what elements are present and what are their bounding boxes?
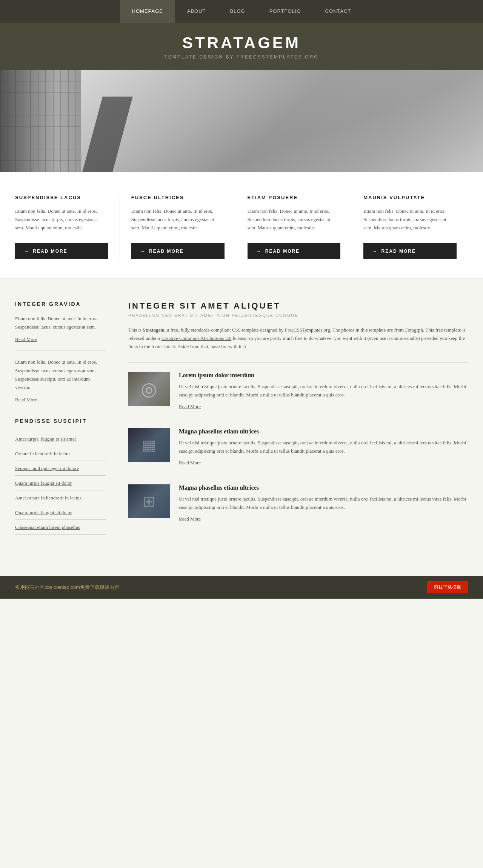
main-intro: This is Stratagem, a free, fully standar… [128,326,468,351]
sidebar-block-pendisse: PENDISSE SUSCIPIT Amet turpis, feugiat e… [15,418,106,535]
sidebar-block-integer: INTEGER GRAVIDA Etiam non felis. Donec u… [15,301,106,403]
site-header: STRATAGEM TEMPLATE DESIGN BY FREECSSTEMP… [0,23,483,70]
article-2-body: Magna phasellus etiam ultrices Ut vel ni… [179,428,468,466]
feature-1: SUSPENDISSE LACUS Etiam non felis. Donec… [15,195,120,259]
article-1-title: Lorem ipsum dolor interdum [179,372,468,379]
sidebar-list-link-0[interactable]: Amet turpis, feugiat et sit amet [15,436,76,442]
sidebar-list-link-4[interactable]: Amet ornare in hendrerit in lectus [15,495,82,501]
main-heading: INTEGER SIT AMET ALIQUET [128,301,468,311]
sidebar-divider-1 [15,350,106,350]
feature-4-body: Etiam non felis. Donec ut ante. In id er… [363,207,457,232]
nav-item-about[interactable]: ABOUT [175,0,218,23]
article-3: Magna phasellus etiam ultrices Ut vel ni… [128,475,468,531]
site-title: STRATAGEM [0,34,483,52]
site-footer: 引用闷马社区bbs.xieniao.com免费下载模板内容 前往下载模板 [0,576,483,599]
sidebar-heading-2: PENDISSE SUSCIPIT [15,418,106,424]
sidebar-list-link-5[interactable]: Quam turpis feugiat sit dolor [15,510,72,515]
nav-item-blog[interactable]: BLOG [218,0,257,23]
feature-4: MAURIS VULPUTATE Etiam non felis. Donec … [352,195,468,259]
article-3-title: Magna phasellus etiam ultrices [179,484,468,491]
nav-item-contact[interactable]: CONTACT [313,0,363,23]
sidebar-para-2: Etiam non felis. Donec ut ante. In id er… [15,358,106,391]
main-subtitle: PHASELLUS NEC ERAT SIT AMET NIBH PELLENT… [128,313,468,318]
features-section: SUSPENDISSE LACUS Etiam non felis. Donec… [0,172,483,278]
hero-image [0,70,483,172]
feature-2-read-more[interactable]: READ MORE [131,243,225,259]
feature-1-read-more[interactable]: READ MORE [15,243,108,259]
main-nav: HOMEPAGE ABOUT BLOG PORTFOLIO CONTACT [0,0,483,23]
list-item: Ornare in hendrerit in lectus [15,446,106,461]
list-item: Consequat etiam lorem phasellus [15,520,106,535]
fotogrph-link[interactable]: Fotogrph [405,327,423,333]
sidebar-read-more-1[interactable]: Read More [15,336,106,343]
feature-3-read-more[interactable]: READ MORE [248,243,341,259]
download-button[interactable]: 前往下载模板 [427,581,468,593]
feature-1-body: Etiam non felis. Donec ut ante. In id er… [15,207,108,232]
hero-left-panel [0,70,81,172]
feature-4-read-more[interactable]: READ MORE [363,243,457,259]
feature-2-title: FUSCE ULTRICES [131,195,225,200]
main-content: INTEGER SIT AMET ALIQUET PHASELLUS NEC E… [128,301,468,550]
feature-2: FUSCE ULTRICES Etiam non felis. Donec ut… [120,195,236,259]
article-3-thumbnail [128,484,170,518]
sidebar-list-link-2[interactable]: Semper mod quis eget mi dolore [15,465,79,471]
article-2-thumbnail [128,428,170,462]
article-1: Lorem ipsum dolor interdum Ut vel nisl t… [128,363,468,419]
content-inner: INTEGER GRAVIDA Etiam non felis. Donec u… [15,301,468,550]
nav-item-homepage[interactable]: HOMEPAGE [120,0,175,23]
nav-item-portfolio[interactable]: PORTFOLIO [257,0,313,23]
sidebar-list-link-1[interactable]: Ornare in hendrerit in lectus [15,451,71,456]
article-3-body: Magna phasellus etiam ultrices Ut vel ni… [179,484,468,522]
sidebar: INTEGER GRAVIDA Etiam non felis. Donec u… [15,301,106,550]
sidebar-read-more-2[interactable]: Read More [15,397,106,403]
article-2-title: Magna phasellus etiam ultrices [179,428,468,435]
article-1-text: Ut vel nisl tristique justo ornare iacul… [179,383,468,399]
list-item: Quam turpis feugiat sit dolor [15,505,106,520]
content-section: INTEGER GRAVIDA Etiam non felis. Donec u… [0,278,483,576]
feature-4-title: MAURIS VULPUTATE [363,195,457,200]
list-item: Amet ornare in hendrerit in lectus [15,490,106,505]
feature-1-title: SUSPENDISSE LACUS [15,195,108,200]
sidebar-heading-1: INTEGER GRAVIDA [15,301,106,307]
freecss-link[interactable]: FreeCSSTemplates.org [285,327,330,333]
sidebar-para-1: Etiam non felis. Donec ut ante. In id er… [15,315,106,331]
article-3-read-more[interactable]: Read More [179,516,201,522]
article-1-thumbnail [128,372,170,406]
hero-right-panel [81,70,483,172]
sidebar-list-link-3[interactable]: Quam turpis feugiat sit dolor [15,480,72,486]
feature-2-body: Etiam non felis. Donec ut ante. In id er… [131,207,225,232]
article-3-text: Ut vel nisl tristique justo ornare iacul… [179,495,468,512]
feature-3-title: ETIAM POSUERE [248,195,341,200]
article-2: Magna phasellus etiam ultrices Ut vel ni… [128,419,468,475]
article-1-read-more[interactable]: Read More [179,404,201,409]
feature-3-body: Etiam non felis. Donec ut ante. In id er… [248,207,341,232]
sidebar-link-list: Amet turpis, feugiat et sit amet Ornare … [15,432,106,535]
article-1-body: Lorem ipsum dolor interdum Ut vel nisl t… [179,372,468,410]
site-subtitle: TEMPLATE DESIGN BY FREECSSTEMPLATES.ORG [0,54,483,60]
article-2-text: Ut vel nisl tristique justo ornare iacul… [179,439,468,455]
feature-3: ETIAM POSUERE Etiam non felis. Donec ut … [236,195,352,259]
list-item: Quam turpis feugiat sit dolor [15,476,106,490]
sidebar-list-link-6[interactable]: Consequat etiam lorem phasellus [15,524,80,530]
list-item: Amet turpis, feugiat et sit amet [15,432,106,446]
article-2-read-more[interactable]: Read More [179,460,201,465]
cc-link[interactable]: Creative Commons Attributions 3.0 [162,335,232,341]
footer-watermark: 引用闷马社区bbs.xieniao.com免费下载模板内容 [15,584,119,591]
features-grid: SUSPENDISSE LACUS Etiam non felis. Donec… [15,195,468,259]
list-item: Semper mod quis eget mi dolore [15,461,106,476]
